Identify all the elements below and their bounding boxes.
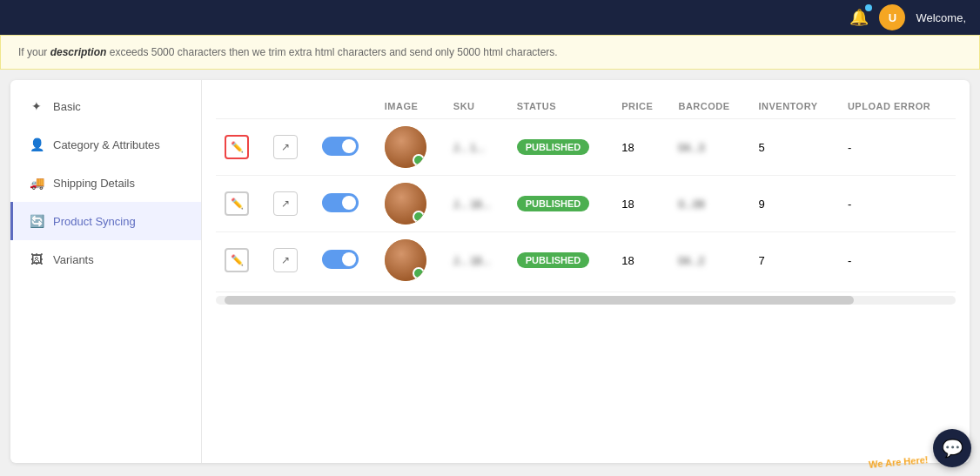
scrollbar-track[interactable] [216, 296, 956, 305]
row1-inventory-cell: 5 [749, 119, 838, 176]
row3-status-cell: PUBLISHED [508, 232, 613, 289]
barcode-value: 0...09 [678, 198, 704, 211]
sidebar-label-basic: Basic [53, 100, 81, 113]
syncing-icon: 🔄 [29, 214, 44, 228]
barcode-value: 04...3 [678, 142, 704, 154]
inventory-value: 5 [758, 141, 764, 154]
row1-error-cell: - [839, 119, 956, 176]
row2-status-cell: PUBLISHED [508, 176, 613, 232]
sidebar-label-variants: Variants [53, 253, 94, 266]
row1-sku-cell: J... 1... [445, 119, 508, 176]
sidebar: ✦ Basic 👤 Category & Attributes 🚚 Shippi… [10, 80, 202, 463]
export-button[interactable]: ↗ [273, 135, 298, 159]
avatar[interactable]: U [879, 4, 905, 30]
notice-highlight: description [50, 46, 107, 58]
table-row: ✏️ ↗ [216, 232, 956, 289]
row2-toggle-cell [313, 176, 376, 232]
row3-barcode-cell: 04...2 [669, 232, 749, 289]
barcode-value: 04...2 [678, 255, 704, 267]
sku-value: J... 18... [453, 255, 491, 267]
sidebar-item-syncing[interactable]: 🔄 Product Syncing [10, 202, 201, 240]
edit-button[interactable]: ✏️ [225, 135, 249, 159]
export-button[interactable]: ↗ [273, 191, 298, 216]
col-price: PRICE [613, 94, 669, 119]
status-badge: PUBLISHED [517, 196, 590, 211]
notice-banner: If your description exceeds 5000 charact… [0, 35, 980, 70]
table-row: ✏️ ↗ [216, 176, 956, 232]
product-table: IMAGE SKU STATUS PRICE BARCODE INVENTORY… [216, 94, 956, 288]
upload-error-value: - [848, 254, 851, 267]
category-icon: 👤 [29, 137, 44, 151]
product-image [385, 183, 426, 225]
chat-bubble[interactable]: 💬 [933, 429, 971, 467]
sidebar-label-shipping: Shipping Details [53, 177, 135, 190]
col-upload-error: UPLOAD ERROR [839, 94, 956, 119]
edit-button[interactable]: ✏️ [225, 248, 249, 272]
row1-barcode-cell: 04...3 [669, 119, 749, 176]
row1-image-cell [376, 119, 445, 176]
row1-edit-cell: ✏️ [216, 119, 265, 176]
col-barcode: BARCODE [669, 94, 749, 119]
row3-price-cell: 18 [613, 232, 669, 289]
row3-export-cell: ↗ [265, 232, 313, 289]
row2-export-cell: ↗ [265, 176, 313, 232]
row3-sku-cell: J... 18... [445, 232, 508, 289]
row1-price-cell: 18 [613, 119, 669, 176]
row3-image-cell [376, 232, 445, 289]
col-image: IMAGE [376, 94, 445, 119]
row2-price-cell: 18 [613, 176, 669, 232]
product-image [385, 126, 426, 168]
notice-text-after: exceeds 5000 characters then we trim ext… [110, 46, 558, 58]
row3-edit-cell: ✏️ [216, 232, 265, 289]
product-toggle[interactable] [322, 250, 359, 269]
row2-inventory-cell: 9 [749, 176, 838, 232]
main-container: ✦ Basic 👤 Category & Attributes 🚚 Shippi… [10, 80, 970, 463]
notice-text-before: If your [18, 46, 50, 58]
sidebar-item-shipping[interactable]: 🚚 Shipping Details [10, 164, 201, 202]
sidebar-label-syncing: Product Syncing [53, 215, 136, 228]
topbar: 🔔 U Welcome, [0, 0, 980, 35]
row1-status-cell: PUBLISHED [508, 119, 613, 176]
export-button[interactable]: ↗ [273, 248, 298, 272]
row3-inventory-cell: 7 [749, 232, 838, 289]
col-actions1 [216, 94, 265, 119]
product-toggle[interactable] [322, 137, 359, 156]
scrollbar-thumb[interactable] [225, 296, 854, 305]
product-toggle[interactable] [322, 193, 359, 212]
status-badge: PUBLISHED [517, 252, 590, 268]
sidebar-item-category[interactable]: 👤 Category & Attributes [10, 125, 201, 164]
col-sku: SKU [445, 94, 508, 119]
sidebar-label-category: Category & Attributes [53, 138, 160, 151]
row2-image-cell [376, 176, 445, 232]
upload-error-value: - [848, 141, 851, 154]
price-value: 18 [621, 198, 634, 211]
variants-icon: 🖼 [29, 252, 44, 266]
status-badge: PUBLISHED [517, 139, 590, 155]
scrollbar-container [216, 292, 956, 308]
table-row: ✏️ ↗ [216, 119, 956, 176]
row2-sku-cell: J... 18... [445, 176, 508, 232]
content-area: IMAGE SKU STATUS PRICE BARCODE INVENTORY… [202, 80, 970, 463]
shipping-icon: 🚚 [29, 176, 44, 190]
sidebar-item-variants[interactable]: 🖼 Variants [10, 240, 201, 278]
row3-toggle-cell [313, 232, 376, 289]
upload-error-value: - [848, 198, 851, 211]
basic-icon: ✦ [29, 99, 44, 113]
row2-edit-cell: ✏️ [216, 176, 265, 232]
col-actions2 [265, 94, 313, 119]
row1-toggle-cell [313, 119, 376, 176]
col-inventory: INVENTORY [749, 94, 838, 119]
col-toggle [313, 94, 376, 119]
product-image [385, 239, 426, 281]
edit-button[interactable]: ✏️ [225, 191, 249, 216]
sku-value: J... 1... [453, 142, 485, 154]
notification-badge [865, 4, 872, 11]
sidebar-item-basic[interactable]: ✦ Basic [10, 87, 201, 125]
welcome-text: Welcome, [916, 11, 966, 24]
inventory-value: 7 [758, 254, 764, 267]
notification-bell[interactable]: 🔔 [849, 8, 869, 27]
row2-error-cell: - [839, 176, 956, 232]
price-value: 18 [621, 141, 634, 154]
row3-error-cell: - [839, 232, 956, 289]
inventory-value: 9 [758, 198, 764, 211]
